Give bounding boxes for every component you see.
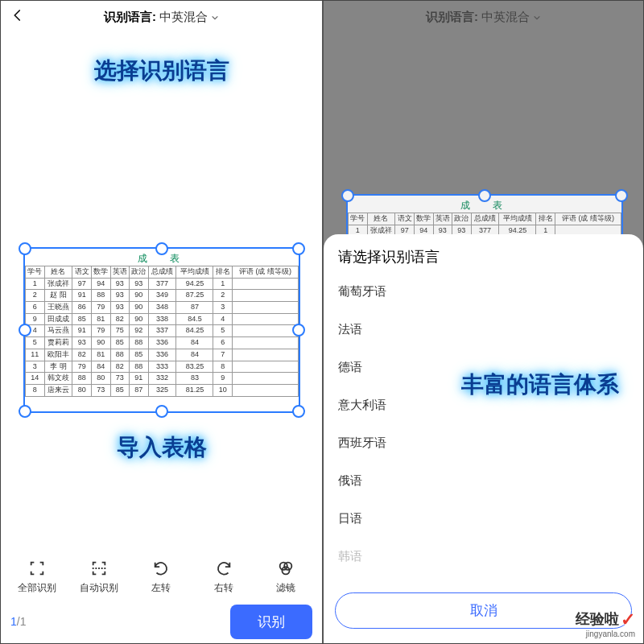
language-option[interactable]: 西班牙语 [324,424,643,462]
recognize-button[interactable]: 识别 [230,605,312,639]
crop-handle [341,189,354,202]
page-indicator: 1/1 [10,615,26,628]
chevron-down-icon[interactable] [211,10,219,24]
rotate-right-icon [213,559,234,578]
full-recognize-button[interactable]: 全部识别 [11,559,63,595]
annotation-rich-languages: 丰富的语言体系 [461,369,619,400]
table-header-cell: 排名 [213,266,233,279]
crop-handle[interactable] [155,242,168,255]
crop-handle[interactable] [292,405,305,418]
crop-handle[interactable] [19,324,31,336]
table-row: 6王晓燕86799390348873 [26,302,299,314]
annotation-select-language: 选择识别语言 [1,56,322,86]
table-header-cell: 学号 [349,213,368,225]
table-header-cell: 政治 [452,213,472,225]
crop-handle[interactable] [19,242,31,255]
language-option[interactable]: 葡萄牙语 [324,273,643,311]
header-language-label: 识别语言: [426,10,478,25]
filter-icon [275,559,296,578]
score-table: 学号姓名语文数学英语政治总成绩平均成绩排名评语 (成 绩等级) 1张成祥9794… [25,266,299,397]
table-header-cell: 平均成绩 [176,266,213,279]
table-header-cell: 总成绩 [148,266,176,279]
full-recognize-icon [27,559,47,578]
header-language-value: 中英混合 [481,10,530,25]
table-row: 11欧阳丰82818885336847 [26,349,299,361]
table-header-cell: 姓名 [367,213,395,225]
header-language-value[interactable]: 中英混合 [159,10,208,25]
table-header-cell: 姓名 [44,266,72,279]
table-row: 2赵 阳9188939034987.252 [26,290,299,302]
table-header-cell: 学号 [26,266,45,279]
table-row: 8唐来云8073858732581.2510 [26,384,299,396]
auto-recognize-button[interactable]: 自动识别 [73,559,125,595]
table-row: 9田成成8581829033884.54 [26,313,299,325]
crop-handle[interactable] [155,405,168,418]
check-icon: ✓ [621,610,635,630]
rotate-right-button[interactable]: 右转 [198,559,250,595]
table-row: 5贾莉莉93908588336846 [26,337,299,349]
crop-handle[interactable] [19,405,31,418]
table-row: 4马云燕9179759233784.255 [26,325,299,337]
language-sheet: 请选择识别语言 葡萄牙语法语德语意大利语西班牙语俄语日语韩语 取消 [324,234,643,643]
table-header-cell: 评语 (成 绩等级) [232,266,298,279]
language-option[interactable]: 日语 [324,500,643,538]
table-header-cell: 政治 [130,266,149,279]
table-header-cell: 语文 [395,213,415,225]
table-header-cell: 语文 [72,266,92,279]
rotate-left-icon [151,559,171,578]
table-row: 14韩文歧88807391332839 [26,373,299,385]
rotate-left-button[interactable]: 左转 [135,559,187,595]
table-header-cell: 排名 [536,213,555,225]
language-option[interactable]: 法语 [324,311,643,349]
bottom-toolbar: 全部识别 自动识别 左转 右转 滤镜 [1,559,322,595]
back-button[interactable] [10,7,27,27]
crop-handle [615,189,628,202]
table-header-cell: 评语 (成 绩等级) [555,213,621,225]
filter-button[interactable]: 滤镜 [260,559,312,595]
table-header-cell: 英语 [433,213,452,225]
crop-frame[interactable]: 成 表 学号姓名语文数学英语政治总成绩平均成绩排名评语 (成 绩等级) 1张成祥… [23,247,300,413]
language-option[interactable]: 俄语 [324,462,643,500]
language-option[interactable]: 韩语 [324,538,643,564]
language-list[interactable]: 葡萄牙语法语德语意大利语西班牙语俄语日语韩语 [324,273,643,588]
watermark: 经验啦✓ jingyanla.com [576,610,635,638]
table-header-cell: 数学 [414,213,433,225]
table-header-cell: 平均成绩 [499,213,536,225]
table-header-cell: 英语 [110,266,130,279]
svg-point-2 [283,567,290,574]
header-language-label: 识别语言: [104,10,156,25]
table-header-cell: 总成绩 [471,213,499,225]
sheet-title: 请选择识别语言 [324,234,643,273]
auto-recognize-icon [89,559,109,578]
table-row: 1张成祥9794939337794.251 [26,278,299,290]
crop-handle[interactable] [292,242,305,255]
chevron-down-icon [533,10,541,24]
crop-handle [478,189,491,202]
crop-handle[interactable] [292,324,305,336]
table-header-cell: 数学 [91,266,110,279]
table-row: 3李 明7984828833383.258 [26,361,299,373]
